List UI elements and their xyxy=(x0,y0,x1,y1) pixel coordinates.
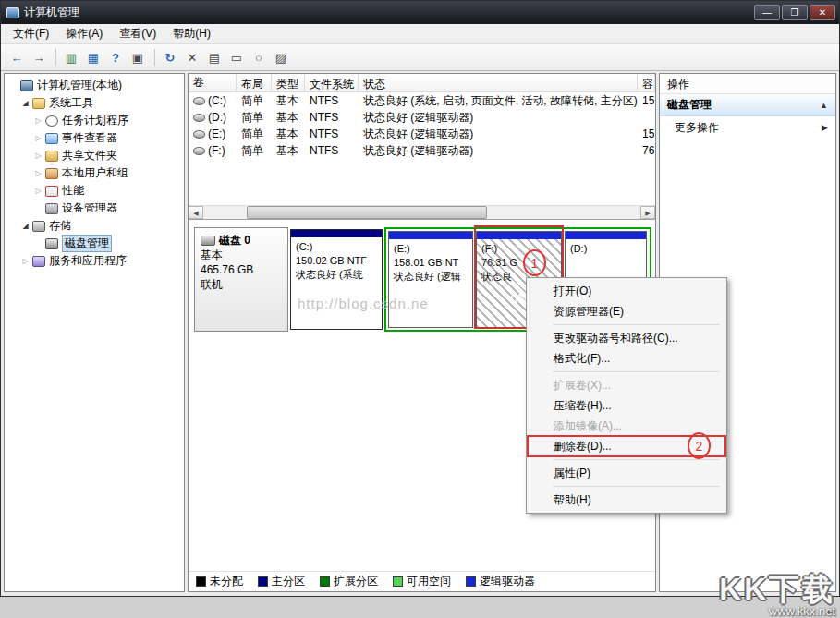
disk-0-label[interactable]: 磁盘 0 基本 465.76 GB 联机 xyxy=(194,227,288,332)
legend-swatch-logical-drive xyxy=(466,576,476,587)
volume-layout: 简单 xyxy=(237,110,272,126)
system-tools-icon xyxy=(32,98,45,109)
show-console-tree-icon[interactable]: ▣ xyxy=(128,47,148,67)
menu-item-properties[interactable]: 属性(P) xyxy=(528,463,725,483)
menu-help[interactable]: 帮助(H) xyxy=(164,24,219,43)
close-button[interactable]: ✕ xyxy=(810,5,835,20)
sidebar-item-services-applications[interactable]: 服务和应用程序 xyxy=(5,252,184,270)
local-users-icon xyxy=(45,168,58,179)
device-manager-icon xyxy=(45,203,58,214)
refresh-icon[interactable]: ↻ xyxy=(160,47,180,67)
menu-item-explorer[interactable]: 资源管理器(E) xyxy=(528,301,725,321)
console-window-icon[interactable]: ▦ xyxy=(83,47,103,67)
horizontal-scrollbar[interactable]: ◀ ▶ xyxy=(189,205,655,219)
menu-item-shrink-volume[interactable]: 压缩卷(H)... xyxy=(528,395,725,416)
scroll-right-icon[interactable]: ▶ xyxy=(640,206,655,219)
sidebar-item-disk-management[interactable]: 磁盘管理 xyxy=(5,235,184,252)
help-icon[interactable]: ? xyxy=(105,47,126,67)
volume-row-c[interactable]: (C:) 简单 基本 NTFS 状态良好 (系统, 启动, 页面文件, 活动, … xyxy=(189,92,655,109)
scrollbar-track[interactable] xyxy=(203,206,640,219)
tree-collapsed-arrow-icon[interactable] xyxy=(33,116,43,125)
sidebar-item-computer-management[interactable]: 计算机管理(本地) xyxy=(5,77,184,94)
legend-primary: 主分区 xyxy=(258,574,305,589)
tree-collapsed-arrow-icon[interactable] xyxy=(33,134,43,142)
volume-row-f[interactable]: (F:) 简单 基本 NTFS 状态良好 (逻辑驱动器) 76 xyxy=(189,142,655,159)
volume-type: 基本 xyxy=(272,93,305,109)
column-header-status[interactable]: 状态 xyxy=(359,74,638,91)
partition-status: 状态良好 (逻辑 xyxy=(394,270,468,284)
site-watermark-url: www.kkx.net xyxy=(719,605,835,618)
tree-collapsed-arrow-icon[interactable] xyxy=(33,151,43,160)
menu-file[interactable]: 文件(F) xyxy=(5,24,57,43)
tree-expanded-arrow-icon[interactable] xyxy=(20,222,30,230)
site-watermark: KK下载 www.kkx.net xyxy=(719,574,835,618)
open-icon[interactable]: ▭ xyxy=(226,47,247,67)
disk-legend: 未分配 主分区 扩展分区 可用空间 逻辑驱动器 xyxy=(189,571,655,591)
volume-list-header: 卷 布局 类型 文件系统 状态 容 xyxy=(189,74,655,92)
scrollbar-thumb[interactable] xyxy=(247,206,487,219)
sidebar-item-label: 磁盘管理 xyxy=(62,235,112,252)
sidebar-item-event-viewer[interactable]: 事件查看器 xyxy=(5,129,184,147)
menu-item-format[interactable]: 格式化(F)... xyxy=(528,348,725,369)
tree-collapsed-arrow-icon[interactable] xyxy=(33,169,43,177)
column-header-capacity[interactable]: 容 xyxy=(638,74,655,91)
volume-capacity: 15 xyxy=(638,94,655,107)
delete-volume-label: 删除卷(D)... xyxy=(554,440,612,453)
disk-status: 联机 xyxy=(201,277,282,292)
back-icon[interactable]: ← xyxy=(6,47,27,67)
volume-name: (F:) xyxy=(208,144,225,157)
tree-collapsed-arrow-icon[interactable] xyxy=(33,187,43,195)
titlebar[interactable]: 计算机管理 — ❐ ✕ xyxy=(1,1,839,24)
volume-row-e[interactable]: (E:) 简单 基本 NTFS 状态良好 (逻辑驱动器) 15 xyxy=(189,126,655,142)
sidebar-item-device-manager[interactable]: 设备管理器 xyxy=(5,200,184,217)
volume-icon xyxy=(193,130,205,139)
tree-expanded-arrow-icon[interactable] xyxy=(20,99,30,107)
sidebar-item-task-scheduler[interactable]: 任务计划程序 xyxy=(5,112,184,129)
partition-size: 150.02 GB NTF xyxy=(296,254,377,268)
menu-item-open[interactable]: 打开(O) xyxy=(528,281,725,301)
maximize-button[interactable]: ❐ xyxy=(782,5,808,20)
delete-icon[interactable]: ✕ xyxy=(182,47,202,67)
menu-action[interactable]: 操作(A) xyxy=(57,24,111,43)
menu-view[interactable]: 查看(V) xyxy=(111,24,164,43)
more-actions-arrow-icon: ▶ xyxy=(822,123,828,132)
actions-section-disk-management[interactable]: 磁盘管理 ▲ xyxy=(660,94,835,116)
collapse-chevron-icon[interactable]: ▲ xyxy=(820,101,828,110)
partition-e[interactable]: (E:) 158.01 GB NT 状态良好 (逻辑 xyxy=(388,231,473,328)
more-actions-item[interactable]: 更多操作 ▶ xyxy=(660,116,835,139)
toolbar: ← → ▥ ▦ ? ▣ ↻ ✕ ▤ ▭ ○ ▨ xyxy=(1,44,839,71)
menu-item-extend-volume: 扩展卷(X)... xyxy=(528,375,725,395)
volume-filesystem: NTFS xyxy=(305,94,359,107)
volume-context-menu: 打开(O) 资源管理器(E) 更改驱动器号和路径(C)... 格式化(F)...… xyxy=(526,277,727,514)
legend-unallocated: 未分配 xyxy=(196,574,243,589)
sidebar-item-label: 本地用户和组 xyxy=(62,165,128,181)
shared-folders-icon xyxy=(45,151,58,162)
volume-name: (C:) xyxy=(208,94,226,107)
sidebar-item-storage[interactable]: 存储 xyxy=(5,217,184,235)
properties-icon[interactable]: ▤ xyxy=(204,47,225,67)
menu-item-delete-volume[interactable]: 删除卷(D)... 2 xyxy=(528,436,725,456)
app-icon xyxy=(6,7,19,18)
sidebar-item-performance[interactable]: 性能 xyxy=(5,182,184,200)
tree-collapsed-arrow-icon[interactable] xyxy=(20,257,30,265)
partition-c[interactable]: (C:) 150.02 GB NTF 状态良好 (系统 xyxy=(290,229,383,330)
column-header-type[interactable]: 类型 xyxy=(272,74,305,91)
menu-item-change-drive-letter[interactable]: 更改驱动器号和路径(C)... xyxy=(528,328,725,348)
partition-name: (D:) xyxy=(570,242,641,256)
column-header-layout[interactable]: 布局 xyxy=(237,74,272,91)
sidebar-item-system-tools[interactable]: 系统工具 xyxy=(5,94,184,112)
scroll-left-icon[interactable]: ◀ xyxy=(189,206,203,219)
minimize-button[interactable]: — xyxy=(754,5,780,20)
menu-item-help[interactable]: 帮助(H) xyxy=(528,490,725,510)
forward-icon[interactable]: → xyxy=(29,47,49,67)
column-header-filesystem[interactable]: 文件系统 xyxy=(305,74,359,91)
export-list-icon[interactable]: ▥ xyxy=(61,47,81,67)
disk-type: 基本 xyxy=(201,248,282,262)
column-header-volume[interactable]: 卷 xyxy=(189,74,237,91)
volume-status: 状态良好 (逻辑驱动器) xyxy=(359,143,638,159)
search-icon[interactable]: ○ xyxy=(249,47,269,67)
volume-row-d[interactable]: (D:) 简单 基本 NTFS 状态良好 (逻辑驱动器) xyxy=(189,109,655,126)
sidebar-item-shared-folders[interactable]: 共享文件夹 xyxy=(5,147,184,164)
snap-in-icon[interactable]: ▨ xyxy=(271,47,291,67)
sidebar-item-local-users-groups[interactable]: 本地用户和组 xyxy=(5,164,184,182)
